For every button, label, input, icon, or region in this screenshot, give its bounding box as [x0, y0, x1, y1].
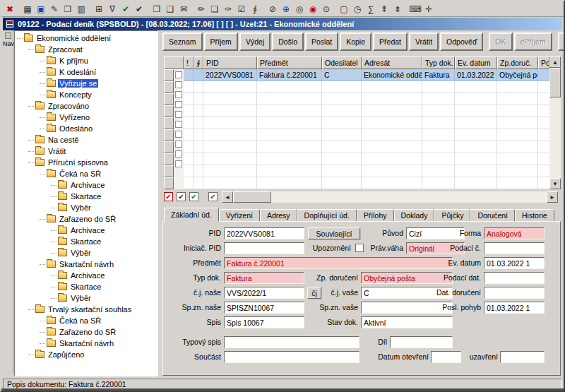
- vydej-button[interactable]: Výdej: [239, 32, 270, 51]
- vertical-scrollbar[interactable]: ▲ ▼: [549, 57, 561, 189]
- calculator-icon[interactable]: ⊞: [93, 3, 105, 16]
- tree-item[interactable]: Zapůjčeno: [15, 349, 157, 360]
- new-grid-icon[interactable]: ▦: [21, 3, 34, 16]
- list-icon[interactable]: ▥: [75, 3, 88, 16]
- row-checkbox[interactable]: [175, 160, 182, 167]
- row-checkbox[interactable]: [175, 91, 182, 98]
- tree-item[interactable]: Skartační návrh: [15, 338, 157, 349]
- tree-item[interactable]: Trvalý skartační souhlas: [15, 304, 157, 315]
- table-row-empty[interactable]: [184, 117, 549, 129]
- scroll-down-button[interactable]: ▼: [549, 178, 561, 189]
- ok-button[interactable]: OK: [489, 32, 512, 51]
- tree-item[interactable]: Zařazeno do SŘ: [15, 326, 157, 338]
- add-icon[interactable]: ⊕: [280, 3, 292, 16]
- row-selector[interactable]: [164, 153, 174, 165]
- table-row-empty[interactable]: [184, 165, 549, 177]
- record-icon[interactable]: ◉: [307, 3, 319, 16]
- filter-checkbox-3[interactable]: ✔: [189, 192, 198, 201]
- nav-collapse-icon[interactable]: [5, 32, 11, 39]
- forma-field[interactable]: [484, 227, 545, 239]
- tree-item[interactable]: K odeslání: [15, 66, 157, 78]
- note-icon[interactable]: ✏: [195, 3, 208, 16]
- poslat-button[interactable]: Poslat: [305, 32, 338, 51]
- mail-icon[interactable]: ✉: [177, 3, 190, 16]
- row-checkbox[interactable]: [175, 141, 182, 148]
- tree-item[interactable]: Skartační návrh: [15, 259, 157, 270]
- horizontal-scrollbar-thumb[interactable]: [233, 191, 271, 203]
- copy-icon[interactable]: ❒: [61, 3, 74, 16]
- horizontal-scrollbar[interactable]: ◄ ►: [222, 191, 558, 203]
- filter-checkbox-4[interactable]: ✔: [208, 192, 218, 201]
- tree-item[interactable]: Zařazeno do SŘ: [15, 213, 157, 225]
- horizontal-scrollbar-track[interactable]: [271, 191, 547, 203]
- seznam-button[interactable]: Seznam: [162, 32, 203, 51]
- tree-item-selected[interactable]: Vyřizuje se: [15, 78, 157, 89]
- podaci-dat-field[interactable]: [484, 272, 545, 284]
- spis-field[interactable]: [224, 316, 304, 328]
- tree-item[interactable]: Skartace: [15, 281, 157, 292]
- tree-item[interactable]: Ekonomické oddělení: [15, 32, 157, 44]
- window-up-icon[interactable]: ⇞: [378, 3, 391, 16]
- tree-item[interactable]: Skartace: [15, 191, 157, 202]
- table-row-empty[interactable]: [184, 129, 549, 141]
- dil-field[interactable]: [390, 336, 453, 348]
- tab-doruceni[interactable]: Doručení: [470, 209, 515, 222]
- odpoved-button[interactable]: Odpověď: [440, 32, 483, 51]
- doslo-button[interactable]: Došlo: [272, 32, 304, 51]
- tree-item[interactable]: Čeká na SŘ: [15, 168, 157, 179]
- table-row-empty[interactable]: [184, 105, 549, 117]
- filter-checkbox-2[interactable]: ✔: [177, 192, 186, 201]
- filter-checkbox-1[interactable]: ✔: [164, 192, 173, 201]
- souvisejici-button[interactable]: Související: [308, 227, 360, 239]
- crosshair-icon[interactable]: ✛: [422, 3, 435, 16]
- row-checkbox[interactable]: [175, 121, 182, 128]
- row-checkbox[interactable]: [175, 71, 182, 78]
- clipboard-icon[interactable]: ❏: [208, 3, 221, 16]
- tree-item[interactable]: Vrátit: [15, 145, 157, 157]
- sign-icon[interactable]: ✑: [222, 3, 234, 16]
- print-all-icon[interactable]: ❑: [164, 3, 177, 16]
- prijem-button[interactable]: Příjem: [204, 32, 238, 51]
- row-selector[interactable]: [164, 69, 174, 81]
- col-pid[interactable]: PID: [203, 57, 257, 69]
- tab-vyrizeni[interactable]: Vyřízení: [219, 209, 260, 222]
- stav-dok-field[interactable]: [361, 316, 453, 328]
- ulozit-button[interactable]: Uložit: [558, 32, 565, 51]
- tree-item[interactable]: Archivace: [15, 270, 157, 281]
- tab-doklady[interactable]: Doklady: [394, 209, 435, 222]
- target-icon[interactable]: ◎: [293, 3, 306, 16]
- row-checkbox[interactable]: [175, 131, 182, 138]
- typovy-spis-field[interactable]: [224, 336, 359, 348]
- table-row-empty[interactable]: [184, 177, 549, 189]
- table-row-selected[interactable]: 2022VVS0081 Faktura č.220001 C Ekonomick…: [184, 69, 549, 81]
- scroll-left-button[interactable]: ◄: [222, 191, 233, 203]
- clock-icon[interactable]: ◷: [351, 3, 364, 16]
- validate-icon[interactable]: ✔: [133, 3, 145, 16]
- nav-strip[interactable]: Nav: [3, 30, 13, 374]
- row-selector[interactable]: [164, 177, 174, 189]
- col-pocet[interactable]: Poc: [538, 57, 549, 69]
- tree-item[interactable]: Archivace: [15, 225, 157, 236]
- eye-icon[interactable]: ⊙: [320, 3, 333, 16]
- eprijem-button[interactable]: ePříjem: [514, 32, 552, 51]
- col-typ-dok[interactable]: Typ dok.: [422, 57, 455, 69]
- col-ev-datum[interactable]: Ev. datum: [455, 57, 497, 69]
- row-checkbox[interactable]: [175, 150, 182, 158]
- checkbox-icon[interactable]: ☑: [235, 3, 248, 16]
- row-checkbox[interactable]: [175, 101, 182, 108]
- pid-field[interactable]: [224, 227, 304, 239]
- table-row-empty[interactable]: [184, 141, 549, 153]
- tab-adresy[interactable]: Adresy: [260, 209, 297, 222]
- col-odesilatel[interactable]: Odesilatel: [322, 57, 362, 69]
- tree-item[interactable]: Archivace: [15, 179, 157, 191]
- scroll-right-button[interactable]: ►: [547, 191, 558, 203]
- datum-otevreni-field[interactable]: [431, 351, 461, 363]
- tree-item[interactable]: Výběr: [15, 292, 157, 304]
- tree-item[interactable]: Zpracovat: [15, 44, 157, 55]
- row-checkbox[interactable]: [175, 111, 182, 118]
- typ-dok-field[interactable]: [224, 272, 304, 284]
- save-icon[interactable]: ▣: [35, 3, 47, 16]
- ev-datum-field[interactable]: [484, 257, 545, 269]
- row-selector[interactable]: [164, 165, 174, 177]
- predmet-field[interactable]: [224, 257, 453, 269]
